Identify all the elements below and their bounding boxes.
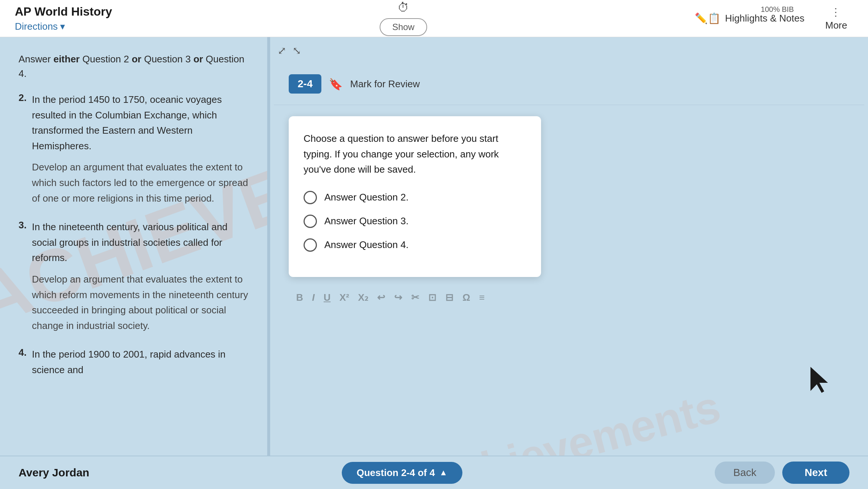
question-item-2: 2. In the period 1450 to 1750, oceanic v…: [19, 92, 249, 206]
header-right: 100% BIB ✏️📋 Highlights & Notes ⋮ More: [695, 3, 853, 34]
timer-icon: ⏱: [397, 1, 409, 14]
redo-btn[interactable]: ↪: [394, 292, 402, 303]
subscript-btn[interactable]: X₂: [358, 292, 368, 303]
more-button[interactable]: ⋮ More: [819, 3, 853, 34]
superscript-btn[interactable]: X²: [340, 292, 349, 303]
question-item-4: 4. In the period 1900 to 2001, rapid adv…: [19, 347, 249, 378]
question-4-number: 4.: [19, 347, 32, 358]
percent-label: 100% BIB: [761, 5, 794, 14]
question-4-line: 4. In the period 1900 to 2001, rapid adv…: [19, 347, 249, 378]
question-2-text: In the period 1450 to 1750, oceanic voya…: [32, 92, 249, 154]
radio-button-q4[interactable]: [304, 238, 317, 252]
expand-left-icon[interactable]: ⤢: [278, 45, 286, 57]
question-badge: 2-4: [289, 74, 321, 94]
question-2-line: 2. In the period 1450 to 1750, oceanic v…: [19, 92, 249, 154]
main-content: ACHIEVE Answer either Question 2 or Ques…: [0, 37, 868, 456]
directions-label: Directions: [15, 21, 58, 32]
popup-description: Choose a question to answer before you s…: [304, 131, 526, 177]
undo-btn[interactable]: ↩: [377, 292, 385, 303]
highlights-notes-button[interactable]: ✏️📋 Highlights & Notes: [695, 12, 805, 25]
question-3-develop: Develop an argument that evaluates the e…: [19, 272, 249, 333]
chevron-down-icon: ▾: [60, 21, 65, 32]
italic-btn[interactable]: I: [312, 292, 315, 303]
more-label: More: [825, 20, 847, 31]
question-3-text: In the nineteenth century, various polit…: [32, 219, 249, 266]
question-2-develop: Develop an argument that evaluates the e…: [19, 160, 249, 206]
cut-btn[interactable]: ✂: [411, 292, 419, 303]
answer-q4-label: Answer Question 4.: [324, 239, 409, 251]
header-center: ⏱ Show: [380, 1, 427, 36]
nav-chevron-icon: ▲: [439, 468, 448, 477]
back-button[interactable]: Back: [715, 462, 775, 484]
expand-right-icon[interactable]: ⤡: [292, 45, 301, 57]
answer-q2-label: Answer Question 2.: [324, 192, 409, 203]
bold-either: either: [53, 53, 80, 65]
question-nav-button[interactable]: Question 2-4 of 4 ▲: [342, 462, 462, 484]
badge-divider: [274, 105, 864, 105]
bottom-bar: Avery Jordan Question 2-4 of 4 ▲ Back Ne…: [0, 456, 868, 489]
answer-question-2-option[interactable]: Answer Question 2.: [304, 191, 526, 204]
question-item-3: 3. In the nineteenth century, various po…: [19, 219, 249, 333]
right-panel: Achievements ⤢ ⤡ 2-4 🔖 Mark for Review C…: [270, 37, 868, 456]
copy-btn[interactable]: ⊡: [428, 292, 436, 303]
svg-marker-0: [810, 367, 828, 393]
radio-button-q2[interactable]: [304, 191, 317, 204]
answer-question-4-option[interactable]: Answer Question 4.: [304, 238, 526, 252]
cursor: [809, 365, 831, 396]
bottom-buttons: Back Next: [715, 462, 849, 484]
bookmark-icon[interactable]: 🔖: [329, 78, 343, 91]
highlights-notes-label: Highlights & Notes: [725, 13, 805, 24]
bold-or2: or: [193, 53, 203, 65]
left-panel: ACHIEVE Answer either Question 2 or Ques…: [0, 37, 267, 456]
text-toolbar: B I U X² X₂ ↩ ↪ ✂ ⊡ ⊟ Ω ≡: [289, 292, 849, 303]
popup-card: Choose a question to answer before you s…: [289, 116, 541, 277]
question-3-number: 3.: [19, 219, 32, 231]
question-2-number: 2.: [19, 92, 32, 104]
answer-question-3-option[interactable]: Answer Question 3.: [304, 215, 526, 228]
next-button[interactable]: Next: [782, 462, 849, 484]
directions-button[interactable]: Directions ▾: [15, 21, 112, 32]
special-char-btn[interactable]: Ω: [462, 292, 470, 303]
underline-btn[interactable]: U: [324, 292, 331, 303]
left-content: Answer either Question 2 or Question 3 o…: [19, 52, 249, 378]
top-header: AP World History Directions ▾ ⏱ Show 100…: [0, 0, 868, 37]
mark-review-label: Mark for Review: [350, 78, 420, 90]
header-left: AP World History Directions ▾: [15, 5, 112, 32]
question-badge-row: 2-4 🔖 Mark for Review: [289, 74, 849, 94]
answer-q3-label: Answer Question 3.: [324, 215, 409, 227]
question-nav-label: Question 2-4 of 4: [357, 467, 435, 479]
show-button[interactable]: Show: [380, 18, 427, 36]
intro-text: Answer either Question 2 or Question 3 o…: [19, 52, 249, 81]
student-name: Avery Jordan: [19, 466, 89, 479]
bold-or1: or: [132, 53, 141, 65]
question-4-text: In the period 1900 to 2001, rapid advanc…: [32, 347, 249, 378]
app-title: AP World History: [15, 5, 112, 19]
highlight-icon: ✏️📋: [695, 12, 721, 25]
format-btn[interactable]: ≡: [479, 292, 485, 303]
question-3-line: 3. In the nineteenth century, various po…: [19, 219, 249, 266]
paste-btn[interactable]: ⊟: [445, 292, 453, 303]
more-dots-icon: ⋮: [831, 6, 842, 18]
radio-button-q3[interactable]: [304, 215, 317, 228]
panel-divider: [267, 37, 270, 456]
bold-btn[interactable]: B: [296, 292, 303, 303]
